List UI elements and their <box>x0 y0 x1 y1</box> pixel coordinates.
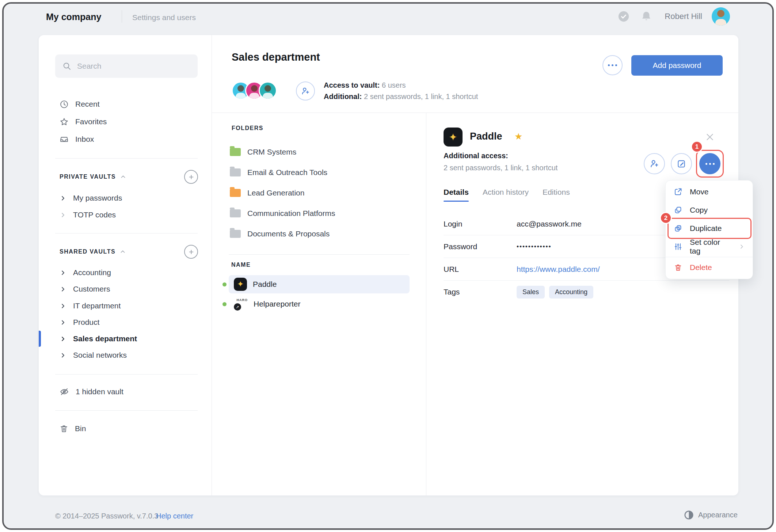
shared-vaults-header[interactable]: SHARED VAULTS <box>60 244 126 259</box>
vault-item-label: My passwords <box>73 194 122 202</box>
folder-item-email-outreach[interactable]: Email & Outreach Tools <box>230 164 410 181</box>
vault-item-it-department[interactable]: IT department <box>55 298 198 314</box>
notifications-bell-icon[interactable] <box>640 10 653 23</box>
bin-label: Bin <box>75 424 86 433</box>
field-label: Password <box>444 242 517 251</box>
submenu-chevron-icon <box>739 244 745 250</box>
hidden-vaults-toggle[interactable]: 1 hidden vault <box>55 384 198 400</box>
chevron-right-icon <box>60 336 66 342</box>
columns-divider <box>426 113 426 495</box>
folder-name: Documents & Proposals <box>247 229 330 238</box>
share-access-button[interactable] <box>644 153 665 174</box>
vault-item-customers[interactable]: Customers <box>55 281 198 297</box>
menu-item-duplicate[interactable]: Duplicate <box>666 219 753 238</box>
chevron-up-icon <box>120 174 126 180</box>
vault-item-accounting[interactable]: Accounting <box>55 265 198 281</box>
field-label: Tags <box>444 288 517 296</box>
sidebar-item-favorites[interactable]: Favorites <box>55 114 198 130</box>
folder-item-communication-platforms[interactable]: Communication Platforms <box>230 205 410 222</box>
menu-item-set-color-tag[interactable]: Set color tag <box>666 238 753 256</box>
user-avatar[interactable] <box>712 7 730 26</box>
password-value-masked[interactable]: •••••••••••• <box>517 243 551 250</box>
vault-item-label: IT department <box>73 301 121 310</box>
color-tag-icon <box>674 242 682 251</box>
folder-item-crm-systems[interactable]: CRM Systems <box>230 143 410 161</box>
contrast-icon <box>684 510 694 520</box>
tab-action-history[interactable]: Action history <box>483 188 529 202</box>
favorite-star-icon[interactable]: ★ <box>514 131 522 142</box>
chevron-right-icon <box>60 212 66 218</box>
tag-chip[interactable]: Accounting <box>549 286 593 299</box>
sidebar-item-inbox[interactable]: Inbox <box>55 131 198 147</box>
password-title: Paddle <box>470 131 502 142</box>
vault-member-avatars[interactable] <box>232 81 277 100</box>
invite-user-button[interactable] <box>296 81 315 100</box>
private-vaults-header[interactable]: PRIVATE VAULTS <box>60 170 126 184</box>
login-value[interactable]: acc@passwork.me <box>517 220 582 228</box>
password-item-paddle[interactable]: ✦ Paddle <box>229 275 410 293</box>
menu-item-label: Move <box>690 187 708 196</box>
folder-name: Communication Platforms <box>247 209 335 218</box>
folder-item-lead-generation[interactable]: Lead Generation <box>230 184 410 202</box>
vault-item-label: Sales department <box>73 334 137 343</box>
password-item-name: Helpareporter <box>254 300 300 308</box>
chevron-right-icon <box>60 270 66 276</box>
edit-button[interactable] <box>671 153 692 174</box>
menu-item-copy[interactable]: Copy <box>666 201 753 219</box>
vault-more-actions-button[interactable] <box>602 55 623 75</box>
search-input[interactable] <box>77 62 190 71</box>
more-actions-menu: Move Copy Duplicate Set color tag Delete <box>665 180 753 279</box>
sidebar-section-divider <box>55 410 198 411</box>
folders-column-header: FOLDERS <box>232 125 263 132</box>
vault-item-label: Product <box>73 318 99 327</box>
sidebar-item-recent[interactable]: Recent <box>55 96 198 112</box>
help-center-link[interactable]: Help center <box>156 512 193 520</box>
ellipsis-icon <box>705 163 715 165</box>
menu-item-move[interactable]: Move <box>666 183 753 201</box>
item-more-actions-button[interactable] <box>699 153 720 174</box>
sidebar-divider <box>212 35 212 495</box>
tasks-check-icon[interactable] <box>617 10 630 23</box>
search-box[interactable] <box>55 54 198 78</box>
additional-access-label: Additional access: <box>444 152 508 160</box>
vault-item-sales-department[interactable]: Sales department <box>55 331 198 347</box>
vault-item-my-passwords[interactable]: My passwords <box>55 190 198 206</box>
haro-shortcut-icon: HARO ➚ <box>234 297 248 311</box>
url-link[interactable]: https://www.paddle.com/ <box>517 265 600 274</box>
folder-name: Lead Generation <box>247 189 304 197</box>
appearance-label: Appearance <box>698 511 738 519</box>
folder-icon <box>230 209 241 217</box>
vault-item-social-networks[interactable]: Social networks <box>55 347 198 363</box>
vault-item-totp-codes[interactable]: TOTP codes <box>55 207 198 223</box>
vault-item-label: Customers <box>73 285 110 293</box>
menu-item-delete[interactable]: Delete <box>666 258 753 277</box>
status-dot <box>222 302 227 306</box>
menu-item-label: Duplicate <box>690 224 722 233</box>
user-name[interactable]: Robert Hill <box>665 12 702 21</box>
shared-vaults-title: SHARED VAULTS <box>60 248 115 255</box>
additional-access-value: 2 sent passwords, 1 link, 1 shortcut <box>444 164 558 172</box>
paddle-star-icon: ✦ <box>234 278 247 291</box>
folders-names-divider <box>229 254 410 255</box>
vault-item-label: TOTP codes <box>73 210 116 219</box>
app-window: My company Settings and users Robert Hil… <box>2 2 774 530</box>
folder-item-documents-proposals[interactable]: Documents & Proposals <box>230 225 410 243</box>
access-label: Access to vault: <box>324 81 380 89</box>
tab-details[interactable]: Details <box>444 188 469 202</box>
vault-item-product[interactable]: Product <box>55 314 198 330</box>
details-tabs: Details Action history Editions <box>444 188 570 202</box>
company-name: My company <box>46 12 101 22</box>
private-vaults-title: PRIVATE VAULTS <box>60 174 116 180</box>
settings-and-users-link[interactable]: Settings and users <box>132 13 196 22</box>
sidebar-item-bin[interactable]: Bin <box>55 421 198 437</box>
field-label: Login <box>444 220 517 228</box>
appearance-toggle[interactable]: Appearance <box>684 510 738 520</box>
close-icon[interactable] <box>704 131 716 143</box>
add-shared-vault-button[interactable] <box>184 245 198 259</box>
add-password-button[interactable]: Add password <box>631 55 723 76</box>
password-item-helpareporter[interactable]: HARO ➚ Helpareporter <box>229 295 410 313</box>
tag-chip[interactable]: Sales <box>517 286 545 299</box>
tab-editions[interactable]: Editions <box>543 188 570 202</box>
add-private-vault-button[interactable] <box>184 170 198 184</box>
ellipsis-icon <box>608 64 617 66</box>
